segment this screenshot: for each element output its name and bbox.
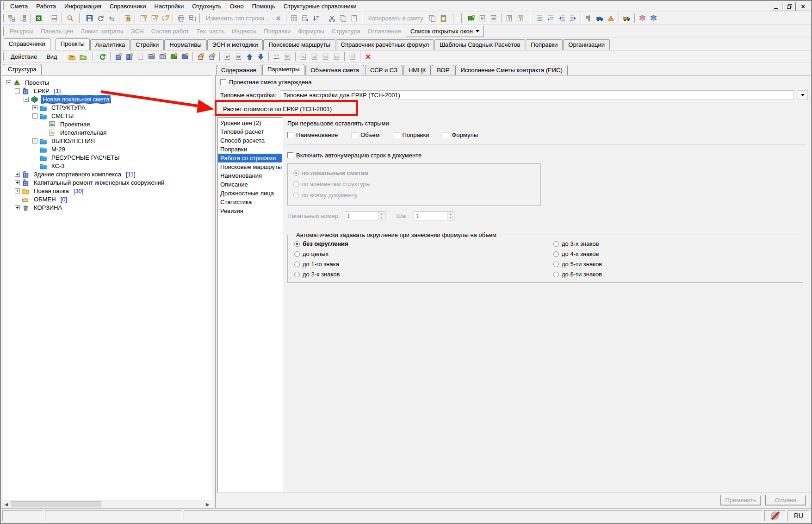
scope-radio[interactable]: по локальным сметам	[293, 169, 536, 176]
tree-item-label[interactable]: РЕСУРСНЫЕ РАСЧЕТЫ	[50, 154, 121, 162]
printer-icon[interactable]	[175, 12, 186, 24]
toolbar-grip[interactable]	[2, 52, 4, 61]
tree-item-label[interactable]: Капитальный ремонт инженерных сооружений	[32, 179, 166, 187]
stepper-arrows[interactable]: ▲▼	[378, 212, 385, 220]
restore-button[interactable]	[783, 2, 796, 11]
house-add2-icon[interactable]	[206, 51, 217, 62]
step-stepper[interactable]: ▲▼	[414, 211, 454, 220]
tab-справочники[interactable]: Справочники	[4, 38, 50, 50]
f3-gray-icon[interactable]: ФЗ	[331, 51, 342, 62]
doc-gray-icon[interactable]	[135, 51, 146, 62]
scope-radio[interactable]: по всему документу	[293, 192, 536, 199]
settings-item[interactable]: Типовой расчет	[218, 127, 282, 136]
menu-вид[interactable]: Вид	[42, 52, 62, 62]
filter-icon[interactable]	[504, 12, 515, 24]
tab-стройки[interactable]: Стройки	[130, 39, 164, 50]
copy-to-estimate[interactable]: Копировать в смету	[365, 15, 427, 22]
settings-item[interactable]: Должностные лица	[218, 189, 282, 198]
menu-структурные-справочники[interactable]: Структурные справочники	[279, 1, 361, 11]
save-icon[interactable]	[84, 12, 95, 24]
stepper-arrows[interactable]: ▲▼	[447, 212, 454, 220]
minimize-button[interactable]	[770, 2, 782, 11]
settings-item[interactable]: Описание	[218, 180, 282, 189]
page-copy-icon[interactable]	[427, 12, 438, 24]
stepper-up-icon[interactable]: ▲	[447, 212, 454, 216]
pdf-icon[interactable]: PDF	[49, 12, 60, 24]
cancel-button[interactable]: Отмена	[765, 495, 806, 505]
tab-шаблоны-сводных-расч-тов[interactable]: Шаблоны Сводных Расчётов	[434, 39, 525, 50]
rounding-radio[interactable]: до 3-х знаков	[553, 240, 602, 247]
settings-item[interactable]: Ревизия	[218, 206, 282, 215]
tree-item-label[interactable]: ВЫПОЛНЕНИЯ	[50, 137, 96, 145]
undo-icon[interactable]	[106, 12, 117, 24]
truck-icon[interactable]	[595, 12, 606, 24]
settings-item[interactable]: Наименования	[218, 171, 282, 180]
rounding-radio[interactable]: до 1-го знака	[294, 261, 553, 268]
tree-indent-icon[interactable]	[17, 12, 28, 24]
tab-проекты[interactable]: Проекты	[56, 38, 90, 50]
folder-new-icon[interactable]	[78, 51, 89, 62]
menu-помощь[interactable]: Помощь	[248, 1, 279, 11]
expand-icon[interactable]: +	[32, 138, 37, 143]
tab-вор[interactable]: ВОР	[432, 65, 454, 75]
open-windows-button[interactable]: Список открытых окон	[406, 25, 484, 37]
book-add2-icon[interactable]	[180, 51, 191, 62]
tree-item-label[interactable]: Новая локальная смета	[41, 95, 111, 103]
rounding-radio[interactable]: до 5-ти знаков	[553, 261, 602, 268]
folder-up-icon[interactable]	[67, 51, 78, 62]
collapse-icon[interactable]: −	[24, 97, 29, 102]
layers-blue-icon[interactable]	[648, 12, 659, 24]
indent2-icon[interactable]	[545, 12, 557, 24]
x-gray-icon[interactable]	[273, 12, 284, 24]
start-number-stepper[interactable]: ▲▼	[345, 211, 385, 220]
collapse-icon[interactable]: −	[6, 80, 11, 85]
tab-сср-и-сз[interactable]: ССР и СЗ	[365, 65, 403, 75]
toolbar-grip[interactable]	[2, 2, 4, 10]
collapse-icon[interactable]: −	[15, 88, 20, 94]
arrow-up-icon[interactable]	[244, 51, 255, 62]
indent1-icon[interactable]	[534, 12, 545, 24]
doc-gray2-icon[interactable]	[347, 51, 358, 62]
copy-icon[interactable]	[338, 12, 349, 24]
keep-old-checkbox[interactable]: Объем	[352, 131, 379, 138]
scope-radio[interactable]: по элементам структуры	[293, 181, 536, 187]
tree-item-label[interactable]: СТРУКТУРА	[50, 104, 87, 112]
building-add-icon[interactable]	[113, 51, 124, 62]
sort-icon[interactable]	[311, 12, 322, 24]
scissors-icon[interactable]	[327, 12, 338, 24]
refresh-green-icon[interactable]	[97, 51, 108, 62]
pr-doc-icon[interactable]: ПР	[233, 51, 244, 62]
film-add2-icon[interactable]	[157, 51, 168, 62]
excel-icon[interactable]	[33, 12, 44, 24]
tab-поисковые-маршруты[interactable]: Поисковые маршруты	[263, 39, 335, 50]
settings-item[interactable]: Работа со строками	[218, 154, 282, 162]
keep-old-checkbox[interactable]: Формулы	[443, 131, 478, 138]
rounding-radio[interactable]: до 6-ти знаков	[553, 271, 602, 278]
tree-item-label[interactable]: КОРЗИНА	[32, 204, 63, 212]
tab-эсн-и-методики[interactable]: ЭСН и методики	[207, 39, 263, 50]
tree-item-label[interactable]: Исполнительная	[59, 129, 108, 137]
menu-отдохнуть[interactable]: Отдохнуть	[188, 1, 225, 11]
pct-gray-icon[interactable]: %	[298, 51, 309, 62]
menu-действие[interactable]: Действие	[6, 52, 42, 62]
menu-настройки[interactable]: Настройки	[150, 1, 188, 11]
indent4-icon[interactable]	[568, 12, 579, 24]
people-icon[interactable]	[271, 51, 282, 62]
table-doc-icon[interactable]	[289, 12, 300, 24]
tab-справочник-расч-тных-формул[interactable]: Справочник расчётных формул	[336, 39, 434, 50]
menu-смета[interactable]: Смета	[6, 1, 32, 11]
house-add-icon[interactable]	[195, 51, 206, 62]
doc-new-icon[interactable]	[137, 12, 149, 24]
tab-нормативы[interactable]: Нормативы	[164, 39, 206, 50]
tree-expand-icon[interactable]	[6, 12, 17, 24]
tab-объектная-смета[interactable]: Объектная смета	[305, 65, 364, 75]
keep-old-checkbox[interactable]: Поправки	[394, 131, 429, 138]
settings-item[interactable]: Поисковые маршруты	[218, 162, 282, 171]
expand-icon[interactable]: +	[32, 105, 37, 110]
menu-окно[interactable]: Окно	[225, 1, 248, 11]
scroll-left-icon[interactable]: ◀	[2, 501, 10, 508]
rounding-radio[interactable]: до 4-х знаков	[553, 250, 602, 257]
doc-new2-icon[interactable]	[149, 12, 160, 24]
expand-icon[interactable]: +	[15, 172, 20, 177]
close-button[interactable]: ×	[797, 2, 809, 11]
